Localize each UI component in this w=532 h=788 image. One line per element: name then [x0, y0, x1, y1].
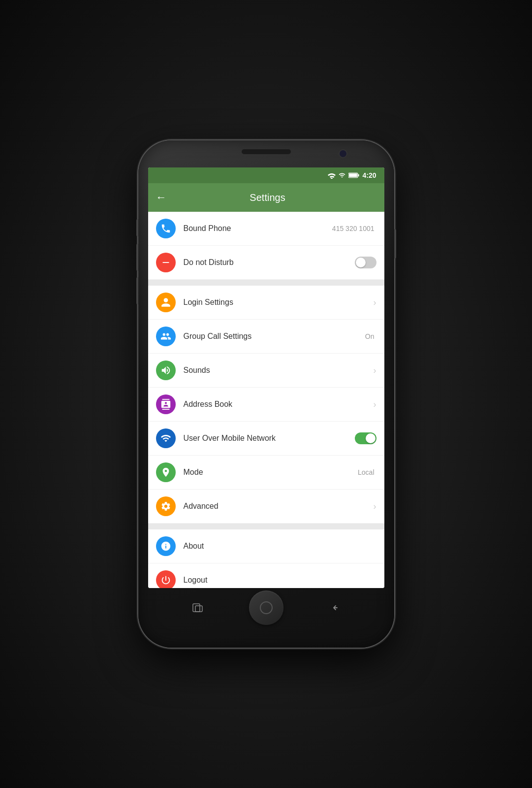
home-button[interactable]: [249, 591, 283, 625]
svg-rect-2: [349, 173, 358, 177]
logout-label: Logout: [184, 576, 376, 585]
login-settings-icon: [156, 293, 176, 312]
settings-item-about[interactable]: About: [148, 529, 384, 563]
do-not-disturb-toggle[interactable]: [355, 257, 376, 268]
power-button[interactable]: [394, 229, 396, 259]
back-button[interactable]: ←: [156, 191, 167, 204]
logout-icon: [156, 570, 176, 588]
volume-down-button[interactable]: [136, 244, 138, 271]
group-call-settings-icon: [156, 327, 176, 346]
battery-icon: [348, 172, 359, 178]
do-not-disturb-icon: [156, 253, 176, 272]
wifi-icon: [328, 172, 336, 179]
about-label: About: [184, 542, 376, 551]
app-bar: ← Settings: [148, 183, 384, 212]
settings-item-login-settings[interactable]: Login Settings›: [148, 286, 384, 320]
address-book-chevron: ›: [374, 399, 376, 410]
sounds-chevron: ›: [374, 365, 376, 376]
settings-item-address-book[interactable]: Address Book›: [148, 388, 384, 422]
do-not-disturb-label: Do not Disturb: [184, 258, 355, 267]
bound-phone-label: Bound Phone: [184, 224, 332, 233]
advanced-chevron: ›: [374, 501, 376, 512]
status-time: 4:20: [362, 171, 376, 179]
settings-item-group-call-settings[interactable]: Group Call SettingsOn: [148, 320, 384, 354]
sounds-icon: [156, 361, 176, 380]
address-book-icon: [156, 394, 176, 414]
svg-point-5: [260, 602, 272, 614]
advanced-icon: [156, 496, 176, 516]
group-call-settings-label: Group Call Settings: [184, 332, 365, 341]
group-call-settings-value: On: [365, 332, 375, 340]
login-settings-label: Login Settings: [184, 298, 374, 307]
phone-screen: 4:20 ← Settings Bound Phone415 320 1001D…: [148, 167, 384, 588]
svg-rect-3: [193, 604, 200, 612]
settings-item-bound-phone[interactable]: Bound Phone415 320 1001: [148, 212, 384, 246]
user-over-mobile-network-label: User Over Mobile Network: [184, 434, 355, 443]
signal-icon: [339, 172, 345, 179]
address-book-label: Address Book: [184, 400, 374, 409]
user-over-mobile-network-toggle[interactable]: [355, 432, 376, 444]
mode-value: Local: [358, 468, 374, 476]
sounds-label: Sounds: [184, 366, 374, 375]
bound-phone-value: 415 320 1001: [332, 225, 375, 232]
mode-icon: [156, 462, 176, 482]
volume-up-button[interactable]: [136, 219, 138, 236]
status-icons: 4:20: [328, 171, 376, 179]
back-nav-button[interactable]: [326, 599, 344, 617]
section-divider: [148, 280, 384, 286]
front-camera: [339, 149, 347, 158]
status-bar: 4:20: [148, 167, 384, 183]
advanced-label: Advanced: [184, 502, 374, 511]
phone-frame: 4:20 ← Settings Bound Phone415 320 1001D…: [138, 140, 394, 648]
recent-apps-button[interactable]: [189, 599, 207, 617]
settings-item-logout[interactable]: Logout: [148, 563, 384, 588]
settings-item-sounds[interactable]: Sounds›: [148, 354, 384, 388]
settings-item-do-not-disturb[interactable]: Do not Disturb: [148, 246, 384, 280]
section-divider: [148, 524, 384, 529]
phone-top: [138, 140, 394, 167]
bottom-nav: [138, 588, 394, 632]
svg-rect-4: [195, 606, 202, 612]
bixby-button[interactable]: [136, 277, 138, 304]
app-bar-title: Settings: [177, 192, 359, 203]
svg-rect-1: [358, 174, 359, 177]
mode-label: Mode: [184, 468, 358, 477]
settings-item-mode[interactable]: ModeLocal: [148, 456, 384, 490]
login-settings-chevron: ›: [374, 297, 376, 308]
about-icon: [156, 536, 176, 556]
settings-item-advanced[interactable]: Advanced›: [148, 490, 384, 524]
ear-speaker: [242, 149, 291, 154]
bound-phone-icon: [156, 219, 176, 238]
settings-list: Bound Phone415 320 1001Do not DisturbLog…: [148, 212, 384, 588]
settings-item-user-over-mobile-network[interactable]: User Over Mobile Network: [148, 422, 384, 456]
user-over-mobile-network-icon: [156, 428, 176, 448]
